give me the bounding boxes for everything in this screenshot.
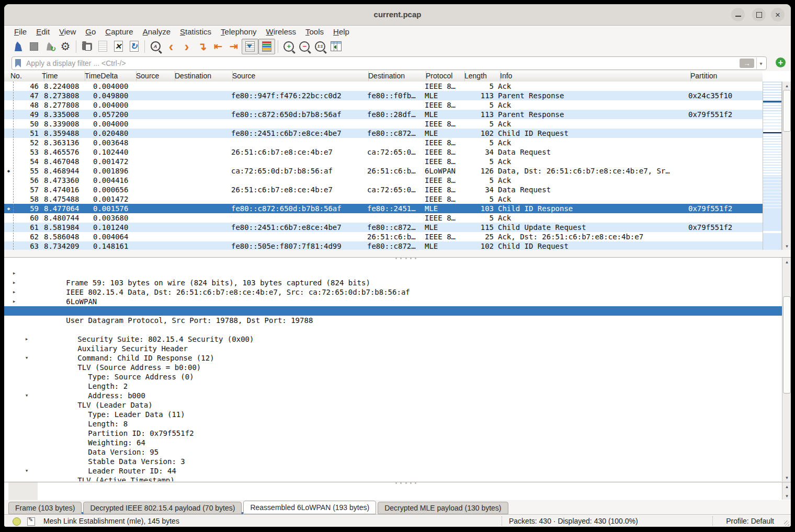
column-header[interactable]: Time — [38, 71, 85, 81]
menu-item[interactable]: Wireless — [262, 26, 301, 37]
detail-row[interactable]: Leader Router ID: 44 — [4, 447, 782, 457]
packet-row[interactable]: 61 8.581984 0.101240 fe80::2451:c6b7:e8c… — [4, 223, 763, 232]
detail-row[interactable]: ▾ TLV (Active Timestamp) — [4, 457, 782, 466]
hex-scrollbar[interactable]: ▴ ▾ — [782, 482, 791, 500]
start-capture-button[interactable] — [10, 39, 26, 54]
packet-row[interactable]: 54 8.467048 0.001472 IEEE 8… 5 Ack — [4, 157, 763, 166]
packet-row[interactable]: 63 8.734209 0.148161 fe80::505e:f807:7f8… — [4, 241, 763, 250]
go-first-packet-button[interactable]: ⇤ — [210, 39, 226, 54]
capture-comment-icon[interactable] — [27, 517, 35, 526]
pane-splitter[interactable] — [395, 482, 416, 484]
resize-columns-button[interactable] — [328, 39, 344, 54]
detail-row[interactable]: ▸ Internet Protocol Version 6, Src: fe80… — [4, 287, 782, 297]
column-header[interactable]: Source — [228, 71, 369, 81]
go-forward-button[interactable]: › — [179, 39, 195, 54]
column-header[interactable]: TimeDelta — [81, 71, 137, 81]
packet-row[interactable]: 60 8.480744 0.003680 IEEE 8… 5 Ack — [4, 213, 763, 223]
scroll-down-arrow[interactable]: ▾ — [782, 242, 791, 250]
packet-row[interactable]: 49 8.335008 0.057200 fe80::c872:650d:b7b… — [4, 110, 763, 119]
detail-row[interactable]: ▾ TLV (Source Address = b0:00) — [4, 344, 782, 353]
detail-row[interactable]: ▸ User Datagram Protocol, Src Port: 1978… — [4, 297, 782, 306]
maximize-button[interactable] — [752, 8, 766, 21]
menu-item[interactable]: Analyze — [138, 26, 175, 37]
packet-row[interactable]: 58 8.475488 0.001472 IEEE 8… 5 Ack — [4, 194, 763, 204]
menu-item[interactable]: Telephony — [216, 26, 261, 37]
packet-row[interactable]: 62 8.586048 0.004064 26:51:c6:b… IEEE 8…… — [4, 232, 763, 241]
colorize-toggle[interactable] — [258, 39, 275, 54]
detail-row[interactable]: Command: Child ID Response (12) — [4, 334, 782, 344]
column-header[interactable]: Source — [132, 71, 175, 81]
zoom-reset-button[interactable]: 1:1 — [312, 39, 328, 54]
packet-row[interactable]: 56 8.473360 0.004416 IEEE 8… 5 Ack — [4, 176, 763, 185]
close-file-button[interactable]: ✕ — [110, 39, 126, 54]
packet-row[interactable]: 46 8.224008 0.004000 IEEE 8… 5 Ack — [4, 82, 763, 91]
detail-row[interactable]: Partition ID: 0x79f551f2 — [4, 410, 782, 419]
resize-grip[interactable] — [784, 521, 789, 526]
zoom-out-button[interactable]: − — [297, 39, 312, 54]
detail-row[interactable]: Length: 8 — [4, 476, 782, 481]
find-packet-button[interactable]: A — [147, 39, 163, 54]
packet-row[interactable]: 53 8.465576 0.102440 26:51:c6:b7:e8:ce:4… — [4, 147, 763, 157]
column-header[interactable]: Partition — [686, 71, 767, 81]
detail-row[interactable]: ▸ Frame 59: 103 bytes on wire (824 bits)… — [4, 259, 782, 269]
scroll-down-arrow[interactable]: ▾ — [782, 473, 791, 481]
detail-row[interactable]: Type: Leader Data (11) — [4, 391, 782, 400]
scroll-up-arrow[interactable]: ▴ — [782, 482, 791, 490]
scrollbar-thumb[interactable] — [783, 90, 791, 132]
detail-row[interactable]: Length: 2 — [4, 363, 782, 372]
packet-row[interactable]: ◆ 59 8.477064 0.001576 fe80::c872:650d:b… — [4, 204, 763, 213]
packet-row[interactable]: 48 8.277808 0.004000 IEEE 8… 5 Ack — [4, 100, 763, 110]
scroll-up-arrow[interactable]: ▴ — [782, 258, 791, 265]
packet-list-scrollbar[interactable]: ▴ ▾ — [782, 82, 791, 250]
packet-row[interactable]: 51 8.359488 0.020480 fe80::2451:c6b7:e8c… — [4, 129, 763, 138]
detail-row[interactable]: Weighting: 64 — [4, 419, 782, 429]
column-header[interactable]: Protocol — [422, 71, 465, 81]
stop-capture-button[interactable] — [26, 39, 42, 54]
menu-item[interactable]: Edit — [31, 26, 54, 37]
go-to-packet-button[interactable]: ↴ — [195, 39, 210, 54]
menu-item[interactable]: Help — [328, 26, 354, 37]
hex-row[interactable]: 0030 00 15 0d 00 00 00 00 0000 00 01 75 … — [8, 483, 351, 493]
detail-row[interactable]: Length: 8 — [4, 400, 782, 410]
menu-item[interactable]: File — [9, 26, 31, 37]
scroll-down-arrow[interactable]: ▾ — [782, 492, 791, 500]
detail-row[interactable]: Security Suite: 802.15.4 Security (0x00) — [4, 316, 782, 325]
titlebar[interactable]: current.pcap × — [4, 4, 791, 26]
zoom-in-button[interactable]: + — [281, 39, 297, 54]
auto-scroll-toggle[interactable] — [242, 39, 258, 54]
restart-capture-button[interactable]: ↻ — [42, 39, 58, 54]
byte-view-tab[interactable]: Decrypted MLE payload (130 bytes) — [378, 502, 508, 514]
packet-row[interactable]: 47 8.273808 0.049800 fe80::947f:f476:22b… — [4, 91, 763, 100]
detail-row[interactable]: ▾ TLV (Leader Data) — [4, 381, 782, 391]
menu-item[interactable]: Go — [81, 26, 100, 37]
capture-options-button[interactable]: ⚙ — [58, 39, 73, 54]
byte-view-tab[interactable]: Frame (103 bytes) — [8, 502, 82, 514]
detail-scrollbar[interactable]: ▴ ▾ — [782, 258, 791, 481]
go-back-button[interactable]: ‹ — [163, 39, 179, 54]
apply-filter-button[interactable]: → — [740, 59, 754, 68]
detail-row[interactable]: Stable Data Version: 3 — [4, 438, 782, 447]
open-file-button[interactable] — [79, 39, 95, 54]
column-header[interactable]: Info — [496, 71, 691, 81]
go-last-packet-button[interactable]: ⇥ — [226, 39, 242, 54]
byte-view-tab[interactable]: Reassembled 6LoWPAN (193 bytes) — [243, 501, 376, 514]
packet-row[interactable]: 52 8.363136 0.003648 IEEE 8… 5 Ack — [4, 138, 763, 147]
bookmark-icon[interactable] — [15, 59, 21, 67]
scrollbar-thumb[interactable] — [783, 296, 791, 394]
column-header[interactable]: Destination — [364, 71, 426, 81]
packet-row[interactable]: ◆ 55 8.468944 0.001896 ca:72:65:0d:b7:b8… — [4, 166, 763, 176]
detail-row[interactable]: Address: b000 — [4, 372, 782, 381]
menu-item[interactable]: View — [54, 26, 81, 37]
detail-row[interactable]: ▸ IEEE 802.15.4 Data, Dst: 26:51:c6:b7:e… — [4, 269, 782, 278]
detail-row[interactable]: ▸ Auxiliary Security Header — [4, 325, 782, 334]
column-header[interactable]: Length — [460, 71, 501, 81]
scroll-up-arrow[interactable]: ▴ — [782, 82, 791, 89]
column-header[interactable]: Destination — [171, 71, 233, 81]
menu-item[interactable]: Capture — [100, 26, 138, 37]
detail-row[interactable]: Type: Source Address (0) — [4, 353, 782, 363]
expert-info-icon[interactable] — [13, 517, 21, 526]
detail-row[interactable]: ▸ 6LoWPAN — [4, 278, 782, 287]
display-filter-field[interactable]: → ▾ — [12, 56, 767, 70]
detail-row[interactable]: Type: Active Timestamp (22) — [4, 466, 782, 476]
add-filter-button[interactable]: + — [776, 57, 786, 67]
